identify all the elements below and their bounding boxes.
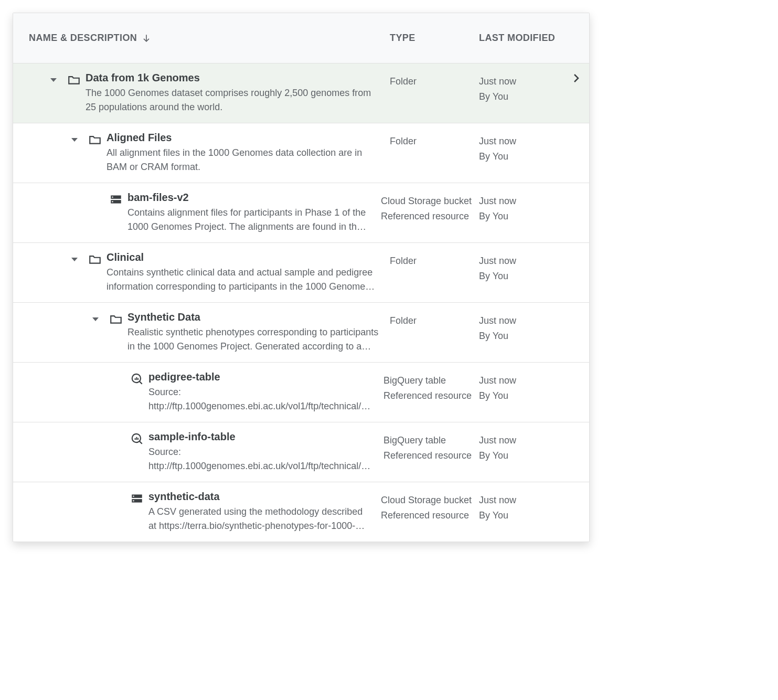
row-title: synthetic-data <box>148 491 370 503</box>
row-type-line2: Referenced resource <box>381 508 472 523</box>
column-header-type-label: TYPE <box>390 33 415 43</box>
table-row[interactable]: synthetic-dataA CSV generated using the … <box>13 482 589 542</box>
row-title: bam-files-v2 <box>127 192 370 204</box>
chevron-right-icon[interactable] <box>570 72 582 84</box>
row-description: All alignment files in the 1000 Genomes … <box>106 146 379 174</box>
row-type: BigQuery tableReferenced resource <box>383 371 479 404</box>
resources-table: NAME & DESCRIPTION TYPE LAST MODIFIED Da… <box>13 13 590 542</box>
table-row[interactable]: Synthetic DataRealistic synthetic phenot… <box>13 303 589 363</box>
row-modified-by: By You <box>479 328 563 344</box>
row-type-line1: Folder <box>390 134 472 149</box>
row-modified-time: Just now <box>479 134 563 149</box>
row-description: Source: http://ftp.1000genomes.ebi.ac.uk… <box>148 385 373 413</box>
column-header-modified[interactable]: LAST MODIFIED <box>479 33 563 44</box>
row-type-line1: Folder <box>390 253 472 269</box>
row-description: Source: http://ftp.1000genomes.ebi.ac.uk… <box>148 445 373 473</box>
column-header-modified-label: LAST MODIFIED <box>479 33 555 43</box>
row-type: Cloud Storage bucketReferenced resource <box>381 491 479 523</box>
row-modified: Just nowBy You <box>479 251 563 284</box>
row-modified-by: By You <box>479 89 563 104</box>
row-type: Folder <box>390 72 479 89</box>
row-description: Contains alignment files for participant… <box>127 206 370 234</box>
table-row[interactable]: sample-info-tableSource: http://ftp.1000… <box>13 422 589 482</box>
row-type-line1: Cloud Storage bucket <box>381 194 472 209</box>
row-type-line1: Folder <box>390 74 472 89</box>
expand-caret-icon[interactable] <box>71 138 78 142</box>
row-modified: Just nowBy You <box>479 132 563 164</box>
sort-descending-icon <box>141 33 152 44</box>
row-type-line2: Referenced resource <box>383 448 472 463</box>
expand-caret-icon[interactable] <box>50 78 57 82</box>
row-title: Data from 1k Genomes <box>86 72 379 84</box>
row-title: Clinical <box>106 251 379 263</box>
row-type: Folder <box>390 251 479 269</box>
row-modified-by: By You <box>479 149 563 164</box>
row-modified-by: By You <box>479 209 563 224</box>
table-row[interactable]: Data from 1k GenomesThe 1000 Genomes dat… <box>13 63 589 123</box>
row-description: Contains synthetic clinical data and act… <box>106 266 379 294</box>
column-header-name[interactable]: NAME & DESCRIPTION <box>13 33 390 44</box>
row-modified-time: Just now <box>479 313 563 328</box>
row-type-line2: Referenced resource <box>381 209 472 224</box>
row-modified-by: By You <box>479 269 563 284</box>
row-modified: Just nowBy You <box>479 491 563 523</box>
row-modified-time: Just now <box>479 373 563 388</box>
row-description: Realistic synthetic phenotypes correspon… <box>127 325 379 354</box>
table-row[interactable]: ClinicalContains synthetic clinical data… <box>13 243 589 303</box>
table-body: Data from 1k GenomesThe 1000 Genomes dat… <box>13 63 589 542</box>
table-row[interactable]: bam-files-v2Contains alignment files for… <box>13 183 589 243</box>
row-modified-time: Just now <box>479 253 563 269</box>
row-modified: Just nowBy You <box>479 371 563 404</box>
row-modified-by: By You <box>479 388 563 404</box>
row-modified: Just nowBy You <box>479 72 563 104</box>
row-type-line1: Cloud Storage bucket <box>381 493 472 508</box>
row-title: Aligned Files <box>106 132 379 144</box>
folder-icon <box>67 73 81 87</box>
table-header: NAME & DESCRIPTION TYPE LAST MODIFIED <box>13 13 589 63</box>
table-row[interactable]: Aligned FilesAll alignment files in the … <box>13 123 589 183</box>
row-type-line1: BigQuery table <box>383 373 472 388</box>
row-modified: Just nowBy You <box>479 431 563 463</box>
row-type-line2: Referenced resource <box>383 388 472 404</box>
row-type-line1: BigQuery table <box>383 433 472 448</box>
row-type: Cloud Storage bucketReferenced resource <box>381 192 479 224</box>
row-title: Synthetic Data <box>127 311 379 323</box>
row-modified-by: By You <box>479 448 563 463</box>
row-type-line1: Folder <box>390 313 472 328</box>
column-header-name-label: NAME & DESCRIPTION <box>29 33 137 44</box>
row-type: Folder <box>390 311 479 328</box>
row-modified: Just nowBy You <box>479 192 563 224</box>
expand-caret-icon[interactable] <box>71 258 78 261</box>
storage-icon <box>109 193 123 206</box>
bigquery-icon <box>130 432 144 446</box>
row-modified: Just nowBy You <box>479 311 563 344</box>
table-row[interactable]: pedigree-tableSource: http://ftp.1000gen… <box>13 363 589 422</box>
row-title: sample-info-table <box>148 431 373 443</box>
storage-icon <box>130 492 144 505</box>
row-modified-time: Just now <box>479 194 563 209</box>
expand-caret-icon[interactable] <box>92 317 99 321</box>
row-type: BigQuery tableReferenced resource <box>383 431 479 463</box>
bigquery-icon <box>130 372 144 386</box>
row-description: A CSV generated using the methodology de… <box>148 505 370 533</box>
row-modified-by: By You <box>479 508 563 523</box>
row-description: The 1000 Genomes dataset comprises rough… <box>86 86 379 114</box>
column-header-type[interactable]: TYPE <box>390 33 479 44</box>
row-modified-time: Just now <box>479 74 563 89</box>
folder-icon <box>88 252 102 266</box>
folder-icon <box>109 312 123 326</box>
row-modified-time: Just now <box>479 493 563 508</box>
row-modified-time: Just now <box>479 433 563 448</box>
row-type: Folder <box>390 132 479 149</box>
row-title: pedigree-table <box>148 371 373 383</box>
folder-icon <box>88 133 102 146</box>
